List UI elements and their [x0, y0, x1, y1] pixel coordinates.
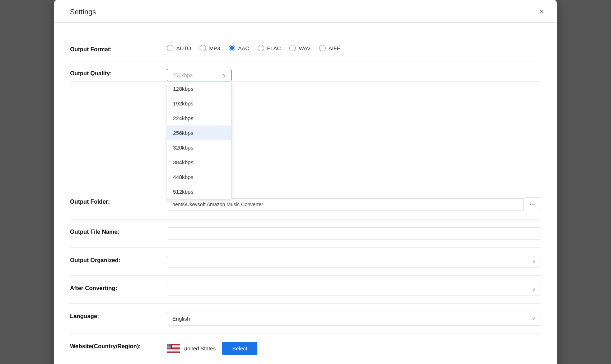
after-converting-label: After Converting:	[70, 284, 167, 292]
output-quality-control: 256kbps ∨ 128kbps 192kbps 224kbps 256kbp…	[167, 69, 541, 81]
after-converting-row: After Converting: ∨	[70, 276, 541, 304]
quality-option-384[interactable]: 384kbps	[167, 155, 231, 170]
svg-point-15	[167, 345, 168, 345]
dialog-body: Output Format: AUTO MP3 AAC FLAC	[54, 23, 557, 364]
website-label: Website(Country/Region):	[70, 342, 167, 350]
svg-point-42	[171, 346, 171, 347]
us-flag-icon	[167, 344, 180, 353]
format-aiff[interactable]: AIFF	[319, 45, 340, 51]
svg-point-44	[168, 347, 168, 347]
language-dropdown[interactable]: English ∨	[167, 312, 541, 326]
svg-point-43	[167, 347, 168, 347]
quality-option-512[interactable]: 512kbps	[167, 184, 231, 199]
dialog-title: Settings	[70, 8, 96, 16]
svg-point-48	[170, 347, 171, 347]
format-aiff-label: AIFF	[328, 45, 340, 51]
select-country-button[interactable]: Select	[222, 342, 257, 355]
output-file-name-label: Output File Name:	[70, 227, 167, 235]
quality-option-192[interactable]: 192kbps	[167, 96, 231, 111]
organized-chevron-icon: ∨	[532, 259, 536, 264]
svg-point-26	[169, 345, 170, 346]
output-quality-row: Output Quality: 256kbps ∨ 128kbps 192kbp…	[70, 61, 541, 82]
format-flac-radio[interactable]	[258, 45, 264, 51]
svg-rect-5	[167, 350, 180, 351]
svg-point-9	[168, 344, 168, 345]
format-aac[interactable]: AAC	[229, 45, 249, 51]
file-name-input[interactable]	[167, 227, 541, 240]
svg-point-41	[170, 346, 171, 347]
quality-dropdown-menu: 128kbps 192kbps 224kbps 256kbps 320kbps …	[167, 81, 232, 199]
svg-point-62	[170, 348, 171, 348]
svg-point-13	[170, 344, 171, 345]
format-aac-label: AAC	[238, 45, 249, 51]
output-organized-control: ∨	[167, 256, 541, 268]
svg-point-52	[168, 348, 169, 348]
svg-point-31	[168, 346, 169, 346]
svg-point-59	[168, 348, 169, 348]
format-aiff-radio[interactable]	[319, 45, 326, 51]
quality-dropdown-trigger[interactable]: 256kbps ∨	[167, 69, 232, 81]
svg-point-39	[169, 346, 169, 347]
svg-point-36	[167, 346, 168, 347]
format-auto-radio[interactable]	[167, 45, 173, 51]
format-flac[interactable]: FLAC	[258, 45, 281, 51]
country-name: United States	[183, 345, 216, 351]
svg-point-25	[169, 345, 169, 346]
after-converting-dropdown[interactable]: ∨	[167, 284, 541, 296]
svg-point-61	[169, 348, 170, 348]
format-auto-label: AUTO	[176, 45, 191, 51]
output-format-label: Output Format:	[70, 45, 167, 53]
svg-point-53	[169, 348, 169, 348]
svg-point-30	[168, 346, 168, 346]
svg-point-50	[167, 348, 168, 348]
format-mp3-label: MP3	[209, 45, 220, 51]
svg-point-23	[168, 345, 168, 346]
svg-point-21	[171, 345, 171, 345]
output-folder-row: Output Folder: nents\Ukeysoft Amazon Mus…	[70, 189, 541, 219]
website-control: United States Select	[167, 342, 541, 355]
quality-option-224[interactable]: 224kbps	[167, 111, 231, 126]
quality-option-128[interactable]: 128kbps	[167, 81, 231, 96]
format-mp3[interactable]: MP3	[200, 45, 220, 51]
language-chevron-icon: ∨	[532, 316, 536, 321]
svg-point-22	[167, 345, 168, 346]
dialog-header: Settings ×	[54, 0, 557, 23]
svg-point-38	[168, 346, 169, 347]
quality-selected-value: 256kbps	[172, 72, 193, 78]
svg-point-49	[171, 347, 171, 347]
format-wav-label: WAV	[299, 45, 311, 51]
svg-point-60	[169, 348, 169, 348]
language-label: Language:	[70, 312, 167, 320]
svg-point-33	[169, 346, 170, 346]
svg-point-11	[169, 344, 169, 345]
output-format-row: Output Format: AUTO MP3 AAC FLAC	[70, 37, 541, 61]
format-auto[interactable]: AUTO	[167, 45, 191, 51]
language-control: English ∨	[167, 312, 541, 326]
svg-point-46	[169, 347, 169, 347]
svg-point-20	[170, 345, 171, 345]
website-row: Website(Country/Region):	[70, 334, 541, 363]
svg-point-18	[169, 345, 169, 345]
quality-option-256[interactable]: 256kbps	[167, 126, 231, 140]
svg-point-10	[168, 344, 169, 345]
svg-point-27	[170, 345, 171, 346]
svg-point-14	[171, 344, 171, 345]
format-aac-radio[interactable]	[229, 45, 235, 51]
format-wav[interactable]: WAV	[289, 45, 311, 51]
quality-option-448[interactable]: 448kbps	[167, 170, 231, 184]
svg-rect-4	[167, 349, 180, 349]
svg-point-45	[168, 347, 169, 347]
organized-dropdown[interactable]: ∨	[167, 256, 541, 268]
output-folder-label: Output Folder:	[70, 197, 167, 205]
quality-option-320[interactable]: 320kbps	[167, 140, 231, 155]
format-wav-radio[interactable]	[289, 45, 296, 51]
close-button[interactable]: ×	[536, 6, 547, 17]
svg-point-40	[169, 346, 170, 347]
quality-dropdown-wrapper: 256kbps ∨ 128kbps 192kbps 224kbps 256kbp…	[167, 69, 232, 81]
folder-browse-button[interactable]: ···	[524, 197, 541, 211]
format-mp3-radio[interactable]	[200, 45, 206, 51]
svg-point-55	[170, 348, 171, 348]
svg-point-32	[169, 346, 169, 346]
svg-point-34	[170, 346, 171, 346]
output-quality-label: Output Quality:	[70, 69, 167, 77]
